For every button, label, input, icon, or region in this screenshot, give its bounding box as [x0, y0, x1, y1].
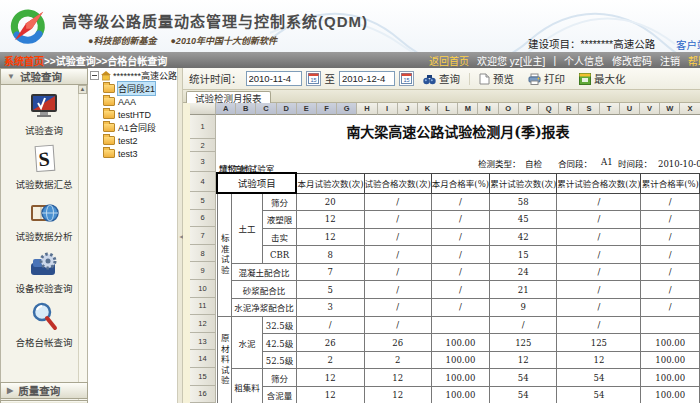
- column-header[interactable]: O: [499, 103, 519, 115]
- row-header[interactable]: 2: [190, 139, 216, 152]
- value-cell[interactable]: 2: [364, 351, 431, 369]
- item-cell[interactable]: 含泥量: [262, 387, 296, 403]
- tab-monthly-report[interactable]: 试验检测月报表: [186, 91, 271, 103]
- column-header[interactable]: T: [600, 103, 620, 115]
- value-cell[interactable]: /: [557, 316, 641, 334]
- column-header-selected[interactable]: A: [216, 103, 236, 115]
- home-page-link[interactable]: 返回首页: [429, 53, 469, 68]
- value-cell[interactable]: 7: [296, 263, 364, 281]
- value-cell[interactable]: 2: [296, 351, 364, 369]
- value-cell[interactable]: [641, 316, 700, 334]
- column-header-selected[interactable]: D: [277, 103, 297, 115]
- calendar-to-button[interactable]: 15: [399, 71, 414, 86]
- column-header[interactable]: X: [680, 103, 700, 115]
- value-cell[interactable]: /: [364, 263, 431, 281]
- value-cell[interactable]: 5: [296, 281, 364, 299]
- breadcrumb-home-link[interactable]: 系统首页: [4, 56, 44, 67]
- value-cell[interactable]: 9: [490, 299, 557, 317]
- query-button[interactable]: 查询: [418, 71, 465, 86]
- value-cell[interactable]: /: [431, 299, 489, 317]
- value-cell[interactable]: /: [641, 281, 700, 299]
- tree-node[interactable]: test3: [88, 147, 177, 160]
- sidebar-item-equipment-check[interactable]: 设备校验查询: [9, 249, 79, 295]
- subgroup-cell[interactable]: 粗集料: [232, 369, 263, 403]
- column-header[interactable]: V: [640, 103, 660, 115]
- column-header-selected[interactable]: B: [236, 103, 256, 115]
- sidebar-section-test-query[interactable]: ▼ 试验查询: [0, 68, 88, 85]
- value-cell[interactable]: 54: [557, 369, 641, 387]
- row-header[interactable]: 9: [190, 262, 216, 280]
- value-cell[interactable]: 3: [296, 299, 364, 317]
- print-button[interactable]: 打印: [523, 71, 570, 86]
- row-header[interactable]: 1: [190, 115, 216, 139]
- value-cell[interactable]: 12: [296, 228, 364, 246]
- item-cell[interactable]: 筛分: [262, 193, 296, 211]
- value-cell[interactable]: /: [557, 211, 641, 229]
- value-cell[interactable]: /: [431, 193, 489, 211]
- subgroup-cell[interactable]: 土工: [232, 193, 263, 263]
- value-cell[interactable]: /: [641, 299, 700, 317]
- column-header[interactable]: Q: [539, 103, 559, 115]
- value-cell[interactable]: 100.00: [431, 369, 489, 387]
- value-cell[interactable]: 20: [296, 193, 364, 211]
- report-header-cell[interactable]: 累计合格率(%): [641, 173, 700, 193]
- logout-link[interactable]: 注销: [660, 53, 680, 68]
- item-cell[interactable]: 混凝土配合比: [232, 263, 297, 281]
- value-cell[interactable]: /: [557, 263, 641, 281]
- row-header[interactable]: 13: [190, 333, 216, 351]
- row-header[interactable]: 16: [190, 386, 216, 403]
- item-cell[interactable]: 击实: [262, 228, 296, 246]
- calendar-from-button[interactable]: 15: [306, 71, 321, 86]
- report-header-cell[interactable]: 累计试验合格次数(次): [557, 173, 641, 193]
- row-header[interactable]: 8: [190, 245, 216, 263]
- value-cell[interactable]: /: [364, 228, 431, 246]
- preview-button[interactable]: 预览: [474, 71, 519, 86]
- report-header-cell[interactable]: 累计试验次数(次): [490, 173, 557, 193]
- column-header-selected[interactable]: E: [297, 103, 317, 115]
- report-header-cell[interactable]: 本月试验次数(次): [296, 173, 364, 193]
- tree-node[interactable]: testHTD: [88, 108, 177, 121]
- help-link[interactable]: 帮助: [688, 53, 700, 68]
- row-header[interactable]: 10: [190, 280, 216, 298]
- row-header[interactable]: 4: [190, 172, 216, 192]
- group-cell[interactable]: 标准试验: [217, 193, 232, 316]
- row-header[interactable]: 5: [190, 192, 216, 210]
- value-cell[interactable]: 125: [490, 334, 557, 352]
- value-cell[interactable]: /: [431, 211, 489, 229]
- row-header[interactable]: 3: [190, 152, 216, 172]
- value-cell[interactable]: /: [431, 263, 489, 281]
- value-cell[interactable]: 24: [490, 263, 557, 281]
- value-cell[interactable]: 12: [364, 387, 431, 403]
- value-cell[interactable]: 54: [490, 369, 557, 387]
- date-from-input[interactable]: [246, 71, 302, 86]
- value-cell[interactable]: 100.00: [431, 387, 489, 403]
- value-cell[interactable]: 12: [296, 211, 364, 229]
- item-cell[interactable]: 水泥净浆配合比: [232, 299, 297, 317]
- row-header[interactable]: 6: [190, 210, 216, 228]
- value-cell[interactable]: 100.00: [641, 351, 700, 369]
- column-header[interactable]: U: [620, 103, 640, 115]
- value-cell[interactable]: /: [557, 299, 641, 317]
- column-header[interactable]: I: [378, 103, 398, 115]
- column-header[interactable]: W: [660, 103, 680, 115]
- value-cell[interactable]: 26: [296, 334, 364, 352]
- value-cell[interactable]: 8: [296, 246, 364, 264]
- scroll-up-icon[interactable]: ▲: [78, 85, 87, 94]
- date-to-input[interactable]: [339, 71, 395, 86]
- column-header[interactable]: N: [478, 103, 498, 115]
- sidebar-item-data-analysis[interactable]: 试验数据分析: [9, 197, 79, 243]
- report-header-cell[interactable]: 本月合格率(%): [431, 173, 489, 193]
- item-cell[interactable]: 42.5级: [262, 334, 296, 352]
- value-cell[interactable]: 100.00: [641, 387, 700, 403]
- sidebar-scrollbar[interactable]: ▲ ▼: [78, 85, 87, 403]
- sidebar-item-data-summary[interactable]: S 试验数据汇总: [9, 143, 79, 191]
- change-password-link[interactable]: 修改密码: [612, 53, 652, 68]
- value-cell[interactable]: 21: [490, 281, 557, 299]
- report-header-cell[interactable]: 试验项目: [217, 173, 296, 193]
- value-cell[interactable]: /: [641, 211, 700, 229]
- sidebar-item-test-query[interactable]: 试验查询: [9, 91, 79, 137]
- tree-root-node[interactable]: ********高速公路: [88, 68, 177, 82]
- value-cell[interactable]: /: [431, 281, 489, 299]
- row-header[interactable]: 14: [190, 350, 216, 368]
- value-cell[interactable]: /: [557, 281, 641, 299]
